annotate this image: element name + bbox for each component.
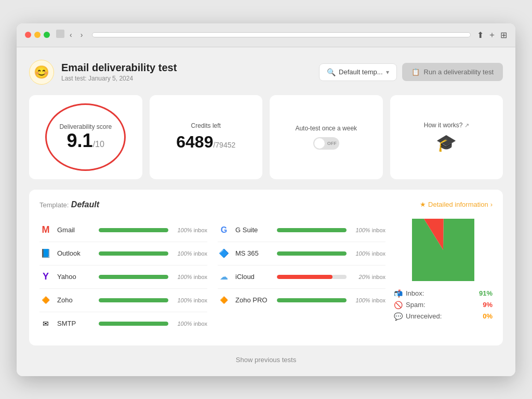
provider-row-zoho: 🔶 Zoho 100% inbox (39, 289, 207, 312)
title-bar: ‹ › ⬆ ＋ ⊞ (17, 23, 515, 47)
smtp-icon: ✉ (39, 317, 52, 330)
page-emoji: 😊 (29, 60, 54, 85)
main-panel: Template: Default ★ Detailed information… (29, 190, 503, 345)
minimize-button[interactable] (34, 32, 41, 38)
chevron-down-icon: ▾ (386, 69, 389, 76)
browser-window: ‹ › ⬆ ＋ ⊞ 😊 Email deliverability test La… (17, 23, 515, 376)
smtp-pct: 100% inbox (174, 321, 207, 327)
gsuite-progress (277, 228, 347, 232)
inbox-legend-value: 91% (479, 289, 493, 297)
gmail-pct: 100% inbox (174, 227, 207, 233)
outlook-icon: 📘 (39, 247, 52, 260)
content-area: 😊 Email deliverability test Last test: J… (17, 47, 515, 376)
provider-row-icloud: ☁ iCloud 20% inbox (218, 265, 385, 289)
autotest-card: Auto-test once a week OFF (270, 95, 383, 179)
toolbar-actions: ⬆ ＋ ⊞ (477, 30, 507, 41)
page-title: Email deliverability test (61, 62, 177, 74)
outlook-progress (99, 251, 168, 256)
deliverability-card: Deliverability score 9.1/10 (29, 95, 142, 179)
unreceived-legend-value: 0% (483, 312, 493, 320)
back-button[interactable]: ‹ (66, 30, 75, 40)
external-link-icon: ↗ (464, 122, 469, 128)
show-previous-link[interactable]: Show previous tests (29, 356, 503, 364)
forward-button[interactable]: › (77, 30, 86, 40)
run-test-label: Run a deliverability test (424, 68, 494, 76)
provider-row-gsuite: G G Suite 100% inbox (218, 219, 385, 242)
provider-row-yahoo: Y Yahoo 100% inbox (39, 265, 207, 289)
star-icon: ★ (420, 201, 426, 208)
run-test-button[interactable]: 📋 Run a deliverability test (402, 63, 503, 81)
smtp-progress (99, 322, 168, 326)
providers-grid: M Gmail 100% inbox 📘 Outlook (39, 219, 385, 335)
spam-legend-value: 9% (483, 301, 493, 309)
window-icon (56, 30, 64, 38)
gsuite-name: G Suite (235, 226, 272, 234)
close-button[interactable] (25, 32, 31, 38)
provider-row-outlook: 📘 Outlook 100% inbox (39, 242, 207, 265)
grid-button[interactable]: ⊞ (500, 30, 507, 41)
chart-legend: 📬 Inbox: 91% 🚫 Spam: 9% 💬 Unreceived: (394, 289, 493, 321)
how-works-label: How it works? ↗ (424, 122, 469, 129)
maximize-button[interactable] (44, 32, 50, 38)
svg-point-1 (420, 226, 467, 273)
zoho-pct: 100% inbox (174, 297, 207, 303)
run-test-icon: 📋 (411, 68, 420, 76)
header-left: 😊 Email deliverability test Last test: J… (29, 60, 177, 85)
ms365-name: MS 365 (235, 249, 272, 257)
gsuite-pct: 100% inbox (352, 227, 385, 233)
legend-spam: 🚫 Spam: 9% (394, 301, 493, 309)
template-selector[interactable]: 🔍 Default temp... ▾ (319, 63, 397, 81)
gmail-name: Gmail (57, 226, 94, 234)
icloud-icon: ☁ (218, 271, 230, 283)
provider-row-gmail: M Gmail 100% inbox (39, 219, 207, 242)
zoho-icon: 🔶 (39, 294, 52, 307)
provider-row-zohopro: 🔶 Zoho PRO 100% inbox (218, 289, 385, 312)
autotest-label: Auto-test once a week (295, 125, 357, 132)
gmail-progress (99, 228, 168, 232)
zoho-progress (99, 298, 168, 302)
address-bar[interactable] (92, 32, 471, 37)
deliverability-circle: Deliverability score 9.1/10 (45, 103, 126, 171)
yahoo-pct: 100% inbox (174, 274, 207, 280)
spam-legend-icon: 🚫 (394, 301, 403, 309)
panel-content: M Gmail 100% inbox 📘 Outlook (39, 219, 493, 335)
yahoo-name: Yahoo (57, 273, 94, 281)
icloud-name: iCloud (235, 273, 272, 281)
zohopro-progress (277, 298, 347, 302)
legend-unreceived: 💬 Unreceived: 0% (394, 312, 493, 321)
ms365-icon: 🔷 (218, 247, 230, 260)
deliverability-value: 9.1/10 (67, 130, 104, 151)
chevron-right-icon: › (490, 201, 493, 208)
how-works-card[interactable]: How it works? ↗ 🎓 (390, 95, 503, 179)
credits-card: Credits left 6489/79452 (150, 95, 263, 179)
toggle-state: OFF (327, 141, 337, 146)
outlook-pct: 100% inbox (174, 250, 207, 257)
search-icon: 🔍 (327, 68, 336, 76)
provider-row-ms365: 🔷 MS 365 100% inbox (218, 242, 385, 265)
ms365-progress (277, 251, 347, 256)
icloud-progress (277, 275, 347, 279)
autotest-toggle[interactable]: OFF (313, 137, 339, 150)
yahoo-progress (99, 275, 168, 279)
inbox-legend-label: Inbox: (406, 289, 476, 297)
inbox-legend-icon: 📬 (394, 289, 403, 298)
provider-row-smtp: ✉ SMTP 100% inbox (39, 312, 207, 335)
new-tab-button[interactable]: ＋ (488, 30, 496, 41)
credits-value: 6489/79452 (176, 132, 235, 152)
template-info: Template: Default (39, 200, 99, 209)
deliverability-label: Deliverability score (59, 123, 112, 130)
unreceived-legend-label: Unreceived: (406, 312, 480, 320)
providers-left: M Gmail 100% inbox 📘 Outlook (39, 219, 207, 335)
chart-area: 📬 Inbox: 91% 🚫 Spam: 9% 💬 Unreceived: (394, 219, 493, 335)
credits-label: Credits left (191, 122, 221, 129)
detailed-info-link[interactable]: ★ Detailed information › (420, 201, 493, 208)
page-header: 😊 Email deliverability test Last test: J… (29, 60, 503, 85)
spam-legend-label: Spam: (406, 301, 480, 309)
mortar-icon: 🎓 (436, 133, 457, 153)
icloud-pct: 20% inbox (352, 274, 385, 280)
gsuite-icon: G (218, 224, 230, 236)
share-button[interactable]: ⬆ (477, 30, 484, 41)
zoho-name: Zoho (57, 296, 94, 304)
template-selector-label: Default temp... (339, 68, 383, 76)
template-name: Default (71, 200, 99, 209)
